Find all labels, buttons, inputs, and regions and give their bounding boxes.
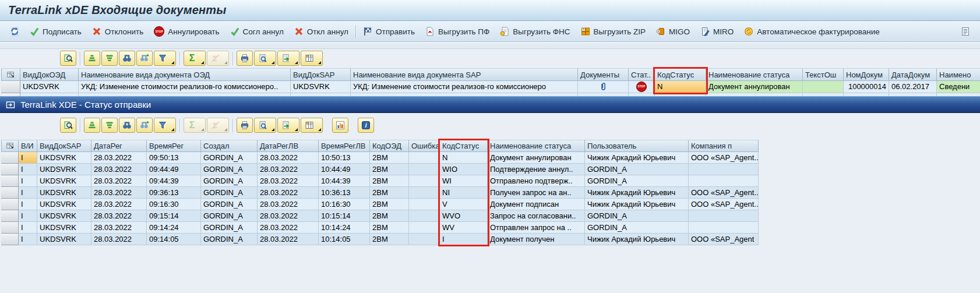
cell[interactable] [409,199,440,210]
cell[interactable]: 2BM [370,199,409,210]
cell[interactable]: 10:15:14 [319,210,370,222]
column-header[interactable]: В/И [19,140,37,152]
grid2-layout-button[interactable] [301,118,323,133]
row-select-button[interactable] [1,187,19,199]
cell[interactable]: Подтверждение аннул.. [488,164,585,175]
cell[interactable]: 09:14:24 [147,222,201,234]
cell[interactable]: 09:44:49 [147,164,201,175]
cell[interactable]: 28.03.2022 [91,222,147,234]
grid2-export-button[interactable] [277,118,299,133]
cell[interactable] [689,222,759,234]
cell[interactable]: NI [440,187,488,199]
column-header[interactable]: ДатаРег [91,140,147,152]
cell[interactable]: УКД: Изменение стоимости реализов-го ком… [351,81,578,93]
cell[interactable]: 10:50:13 [319,152,370,164]
status-stop-icon[interactable]: STOP [629,81,655,93]
app-button-migo[interactable]: MIGO [651,23,695,40]
cell[interactable]: I [19,210,37,222]
cell[interactable]: I [440,234,488,245]
cell[interactable]: N [655,81,706,93]
grid1-sort-desc-button[interactable] [101,51,118,66]
cell[interactable]: 2BM [370,187,409,199]
cell[interactable]: 2BM [370,210,409,222]
cell[interactable]: I [19,187,37,199]
column-header[interactable]: ВидДокОЭД [20,68,79,81]
cell[interactable]: 09:44:39 [147,175,201,187]
cell[interactable]: GORDIN_A [585,210,689,222]
column-header[interactable]: ДатаРегЛВ [258,140,319,152]
cell[interactable]: 28.03.2022 [258,210,319,222]
cell[interactable]: 2BM [370,152,409,164]
cell[interactable]: I [19,222,37,234]
row-select-button[interactable] [1,222,19,234]
column-header[interactable]: Стат.. [629,68,655,81]
cell[interactable]: Чижик Аркадий Юрьевич [585,199,689,210]
cell[interactable]: 09:50:13 [147,152,201,164]
cell[interactable]: UKDSVRK [37,152,91,164]
column-header[interactable]: ДатаДокум [889,68,937,81]
cell[interactable]: 06.02.2017 [889,81,937,93]
cell[interactable] [409,234,440,245]
grid2-details-button[interactable] [60,118,76,133]
cell[interactable]: 28.03.2022 [258,234,319,245]
cell[interactable]: 28.03.2022 [91,234,147,245]
cell[interactable] [689,210,759,222]
cell[interactable] [409,210,440,222]
cell[interactable]: 28.03.2022 [91,210,147,222]
row-select-button[interactable] [1,164,19,175]
grid1-export-button[interactable] [277,51,299,66]
cell[interactable]: UKDSVRK [37,175,91,187]
column-header[interactable]: КодОЭД [370,140,409,152]
cell[interactable]: Документ аннулирован [706,81,803,93]
grid1-sum-button[interactable]: Σ [184,51,206,66]
grid2-find-next-button[interactable] [136,118,153,133]
cell[interactable]: 2BM [370,164,409,175]
cell[interactable]: 28.03.2022 [91,164,147,175]
cell[interactable]: 10:16:30 [319,199,370,210]
cell[interactable]: V [440,199,488,210]
cell[interactable]: 28.03.2022 [258,175,319,187]
dialog-titlebar[interactable]: TerraLink XDE - Статус отправки [0,96,980,113]
cell[interactable]: GORDIN_A [201,175,258,187]
grid1-filter-button[interactable] [154,51,176,66]
cell[interactable]: UKDSVRK [37,164,91,175]
grid2-sort-desc-button[interactable] [101,118,118,133]
cell[interactable]: UKDSVRK [37,199,91,210]
cell[interactable]: 28.03.2022 [258,199,319,210]
app-button-выгрузить-zip[interactable]: Выгрузить ZIP [576,23,651,40]
row-select-button[interactable] [1,152,19,164]
cell[interactable]: WV [440,222,488,234]
cell[interactable]: Чижик Аркадий Юрьевич [585,234,689,245]
cell[interactable]: GORDIN_A [585,164,689,175]
grid2-sort-asc-button[interactable] [84,118,100,133]
grid1-find-next-button[interactable] [136,51,153,66]
cell[interactable]: I [19,175,37,187]
cell[interactable]: GORDIN_A [201,222,258,234]
cell[interactable] [689,175,759,187]
column-header[interactable]: ВремяРег [147,140,201,152]
grid1-sort-asc-button[interactable] [84,51,100,66]
cell[interactable]: Чижик Аркадий Юрьевич [585,152,689,164]
cell[interactable]: GORDIN_A [585,175,689,187]
app-button-автоматическое-фактурирование[interactable]: Автоматическое фактурирование [739,23,884,40]
grid1-preview-button[interactable] [254,51,276,66]
attachment-icon[interactable] [578,81,629,93]
cell[interactable] [803,81,844,93]
cell[interactable]: Получен запрос на ан.. [488,187,585,199]
grid2-find-button[interactable] [119,118,135,133]
column-header[interactable]: ВремяРегЛВ [319,140,370,152]
cell[interactable]: UKDSVRK [37,222,91,234]
app-button-аннулировать[interactable]: STOPАннулировать [149,23,224,40]
cell[interactable]: 09:36:13 [147,187,201,199]
cell[interactable]: 28.03.2022 [258,187,319,199]
cell[interactable]: 10:44:49 [319,164,370,175]
cell[interactable]: УКД: Изменение стоимости реализов-го ком… [79,81,291,93]
column-header[interactable]: Наимено [937,68,980,81]
column-header[interactable]: Компания п [689,140,759,152]
cell[interactable]: ООО «SAP_Agent [689,234,759,245]
column-header[interactable]: КодСтатус [655,68,706,81]
row-select-button[interactable] [1,81,20,93]
row-select-button[interactable] [1,199,19,210]
cell[interactable]: GORDIN_A [201,210,258,222]
cell[interactable]: GORDIN_A [201,234,258,245]
